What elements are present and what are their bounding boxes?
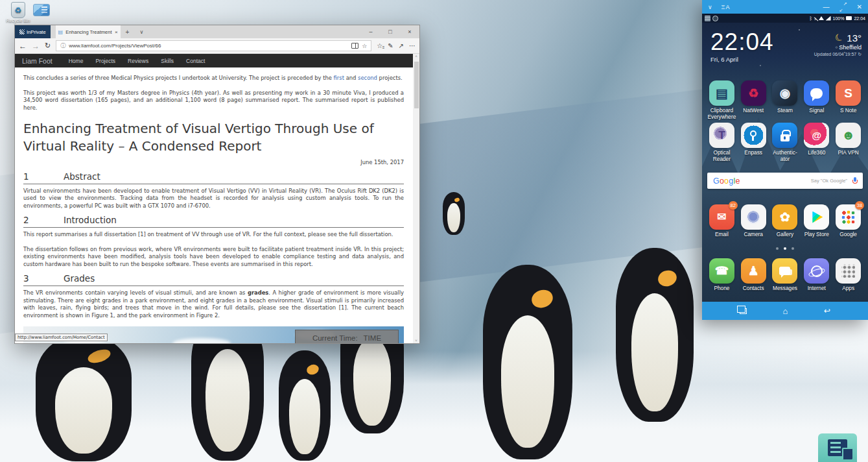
app-apps[interactable]: Apps [832,258,864,292]
browser-tab[interactable]: ▤ Enhancing Treatment of × [56,25,121,38]
authenticator-icon [772,123,797,148]
app-messages[interactable]: Messages [769,258,801,292]
app-label: Phone [714,286,729,292]
app-optical-reader[interactable]: TOptical Reader [706,123,738,162]
site-brand[interactable]: Liam Foot [22,57,53,65]
second-project-link[interactable]: second [358,75,377,81]
scroll-up-icon[interactable]: ˄ [413,55,419,58]
app-s-note[interactable]: SS Note [832,80,864,120]
app-clipboard-everywhere[interactable]: ▤Clipboard Everywhere [706,80,738,120]
first-project-link[interactable]: first [334,75,344,81]
share-icon[interactable]: ↗ [399,42,404,49]
tab-preview-chevron[interactable]: ∨ [134,25,148,38]
introduction-paragraph-1: This report summarises a full dissertati… [23,231,404,239]
app-gallery[interactable]: ✿Gallery [769,204,801,238]
reading-view-icon[interactable] [351,43,358,49]
app-enpass[interactable]: Enpass [738,123,769,162]
clipboard-doc-icon [828,439,847,456]
annotate-pen-icon[interactable]: ✎ [388,42,393,49]
phone-status-bar: ᛒ ♪ 100% 22:04 [702,14,868,23]
refresh-button[interactable]: ↻ [45,42,51,50]
url-text[interactable]: www.liamfoot.com/Projects/ViewPost/66 [69,43,348,49]
site-nav-item-projects[interactable]: Projects [95,58,115,64]
play-store-icon [804,204,829,230]
home-icon[interactable]: ⌂ [783,306,788,316]
app-label: Play Store [804,232,829,238]
app-life360[interactable]: @Life360 [801,123,832,162]
clock-time: 22:04 [710,29,774,55]
browser-content: Liam Foot HomeProjectsReviewsSkillsConta… [15,54,419,343]
page-scrollbar[interactable]: ˄ ˅ [413,54,419,343]
app-label: Enpass [744,150,762,156]
phone-fullscreen-icon[interactable] [840,4,847,10]
app-google[interactable]: 38Google [832,204,864,238]
section-heading-abstract: 1Abstract [23,173,404,184]
inprivate-label: InPrivate [27,29,46,35]
weather-widget[interactable]: ☾ 13° Sheffield Updated 06/04 19:57 [814,32,862,57]
bluetooth-icon: ᛒ [810,16,813,21]
back-icon[interactable]: ↩ [824,306,830,315]
google-search-bar[interactable]: Google Say "Ok Google" [707,173,863,189]
forward-button[interactable]: → [32,42,40,51]
app-phone[interactable]: ☎Phone [706,258,738,292]
back-button[interactable]: ← [19,42,27,51]
close-button[interactable]: × [400,25,419,38]
photo-icon [33,4,50,16]
phone-screen: ᛒ ♪ 100% 22:04 22:04 Fri, 6 April ☾ 13° … [702,14,868,320]
app-natwest[interactable]: ♻NatWest [738,80,769,120]
site-info-icon[interactable]: ⓘ [60,42,65,49]
more-options-icon[interactable]: ⋯ [409,42,416,49]
life360-icon: @ [804,123,829,148]
app-label: Apps [842,286,854,292]
google-folder-icon: 38 [836,204,861,230]
scroll-down-icon[interactable]: ˅ [413,339,419,343]
app-email[interactable]: ✉82Email [706,204,738,238]
chevron-down-icon[interactable]: ∨ [708,4,712,10]
browser-tab-bar: InPrivate ▤ Enhancing Treatment of × + ∨… [15,25,419,38]
clock-widget[interactable]: 22:04 Fri, 6 April [710,29,774,63]
clipboard-widget[interactable] [818,433,857,462]
hub-favorites-icon[interactable]: ☆ [377,42,382,49]
camera-icon [741,204,766,230]
notification-badge: 82 [729,201,738,210]
app-label: S Note [840,108,856,114]
wallpaper-penguin [616,248,694,422]
site-nav-item-reviews[interactable]: Reviews [128,58,148,64]
app-contacts[interactable]: ♟Contacts [738,258,769,292]
clipboard-everywhere-icon: ▤ [709,80,734,106]
scrollbar-thumb[interactable] [414,62,419,108]
weather-city: Sheffield [814,44,862,51]
app-label: PIA VPN [838,150,858,156]
app-signal[interactable]: Signal [801,80,832,120]
microphone-icon[interactable] [852,177,857,184]
recent-apps-icon[interactable] [740,308,747,314]
favorite-star-icon[interactable]: ☆ [362,43,367,49]
app-pia-vpn[interactable]: ☻PIA VPN [832,123,864,162]
wallpaper-penguin [483,265,572,459]
contacts-icon: ♟ [741,258,766,284]
site-nav-item-home[interactable]: Home [69,58,84,64]
app-play-store[interactable]: Play Store [801,204,832,238]
grades-paragraph: The VR environments contain varying leve… [23,289,404,319]
sidesync-menu-icon[interactable]: ΞA [721,4,731,10]
optical-reader-icon: T [709,123,734,148]
app-camera[interactable]: Camera [738,204,769,238]
keyboard-notification-icon [705,16,710,21]
new-tab-button[interactable]: + [121,25,135,38]
tab-close-icon[interactable]: × [115,29,118,35]
app-steam[interactable]: ◉Steam [769,80,801,120]
phone-minimize-icon[interactable]: — [823,3,830,10]
app-authentic-ator[interactable]: Authentic­ator [769,123,801,162]
phone-close-icon[interactable]: ✕ [857,3,862,10]
address-bar[interactable]: ⓘ www.liamfoot.com/Projects/ViewPost/66 … [56,40,371,51]
photos-shortcut[interactable] [25,4,58,16]
maximize-button[interactable]: □ [381,25,400,38]
app-internet[interactable]: Internet [801,258,832,292]
battery-percent: 100% [833,16,845,21]
app-label: Gallery [777,232,793,238]
battery-icon [846,16,852,20]
site-nav-item-skills[interactable]: Skills [161,58,174,64]
site-nav-item-contact[interactable]: Contact [186,58,205,64]
minimize-button[interactable]: – [361,25,381,38]
status-bar-link: http://www.liamfoot.com/Home/Contact [15,334,108,341]
